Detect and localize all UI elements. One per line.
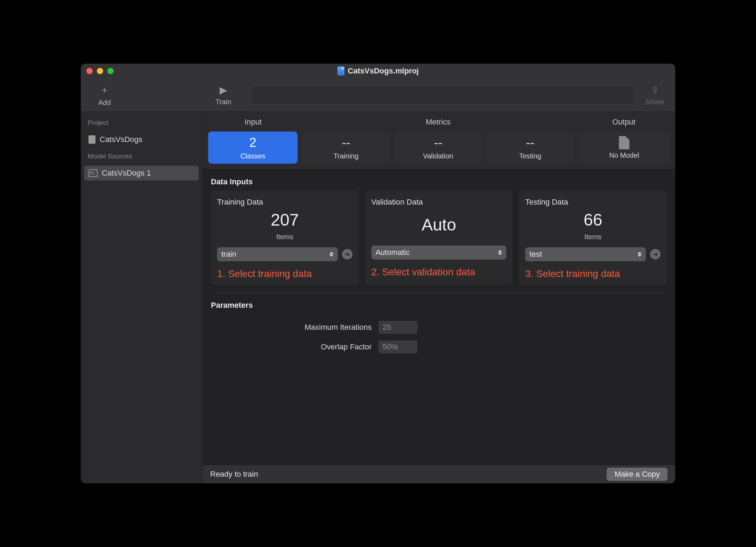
updown-icon — [329, 252, 334, 257]
model-file-icon — [619, 136, 629, 149]
param-row-max-iter: Maximum Iterations — [211, 321, 667, 334]
card-sub: Items — [525, 233, 661, 241]
tile-testing-metric[interactable]: -- Testing — [487, 132, 574, 164]
plus-icon: ＋ — [100, 83, 109, 97]
validation-data-select[interactable]: Automatic — [371, 246, 507, 260]
tile-output-model[interactable]: No Model — [579, 132, 670, 164]
tile-input-classes[interactable]: 2 Classes — [208, 132, 298, 164]
tile-label: Testing — [519, 152, 541, 160]
sidebar-item-project[interactable]: CatsVsDogs — [84, 132, 199, 147]
train-label: Train — [216, 98, 231, 106]
seg-header-output: Output — [578, 115, 670, 129]
sidebar-item-label: CatsVsDogs 1 — [102, 169, 151, 178]
share-button: ⇪ Share — [641, 84, 669, 106]
tile-value: 2 — [249, 135, 256, 150]
project-file-icon — [88, 135, 95, 144]
updown-icon — [637, 252, 642, 257]
arrow-right-icon: ➔ — [344, 250, 350, 258]
select-value: Automatic — [376, 248, 410, 257]
status-text: Ready to train — [210, 470, 258, 479]
tile-label: No Model — [609, 151, 639, 159]
tile-metrics-group: -- Training -- Validation -- Testing — [302, 132, 574, 164]
main-split: Project CatsVsDogs Model Sources CatsVsD… — [81, 112, 675, 483]
card-title: Training Data — [217, 198, 352, 207]
content: Input Metrics Output 2 Classes -- Traini… — [202, 112, 675, 483]
zoom-icon[interactable] — [107, 68, 114, 74]
sidebar-heading-sources: Model Sources — [84, 150, 199, 162]
param-label: Overlap Factor — [211, 342, 372, 351]
make-copy-button[interactable]: Make a Copy — [607, 468, 668, 481]
max-iterations-input[interactable] — [379, 321, 417, 334]
card-sub: Items — [217, 233, 352, 241]
play-icon: ▶ — [220, 84, 227, 96]
segment-headers: Input Metrics Output — [202, 112, 675, 129]
card-value: 66 — [525, 210, 661, 229]
annotation-3: 3. Select training data — [525, 268, 661, 279]
tile-label: Classes — [240, 152, 265, 160]
annotation-2: 2. Select validation data — [371, 267, 507, 278]
seg-header-metrics: Metrics — [298, 115, 578, 129]
select-value: train — [221, 250, 236, 259]
ml-model-icon — [88, 169, 98, 177]
titlebar: CatsVsDogs.mlproj — [81, 64, 675, 78]
card-value: 207 — [217, 210, 352, 229]
updown-icon — [498, 250, 502, 255]
card-select-row: Automatic — [371, 246, 507, 260]
section-title-parameters: Parameters — [202, 293, 675, 314]
tile-value: -- — [342, 135, 350, 150]
sidebar-item-label: CatsVsDogs — [100, 135, 142, 144]
train-button[interactable]: ▶ Train — [202, 84, 244, 106]
toolbar: ＋ Add ▶ Train ⇪ Share — [81, 78, 675, 112]
tile-validation-metric[interactable]: -- Validation — [394, 132, 482, 164]
add-label: Add — [98, 99, 111, 107]
tile-value: -- — [434, 135, 442, 150]
share-label: Share — [646, 98, 664, 106]
reveal-training-button[interactable]: ➔ — [342, 249, 352, 260]
toolbar-status-field — [251, 86, 634, 105]
section-title-data-inputs: Data Inputs — [202, 170, 675, 191]
statusbar: Ready to train Make a Copy — [202, 464, 675, 483]
card-validation-data: Validation Data Auto Automatic 2. Select… — [365, 191, 513, 285]
close-icon[interactable] — [86, 68, 93, 74]
card-title: Testing Data — [525, 198, 661, 207]
arrow-right-icon: ➔ — [653, 250, 658, 258]
minimize-icon[interactable] — [97, 68, 103, 74]
segment-tiles: 2 Classes -- Training -- Validation -- T… — [202, 129, 675, 170]
param-row-overlap: Overlap Factor — [211, 341, 667, 353]
document-icon — [337, 66, 344, 76]
share-icon: ⇪ — [651, 84, 659, 96]
sidebar-heading-project: Project — [84, 117, 199, 129]
tile-label: Training — [334, 152, 359, 160]
reveal-testing-button[interactable]: ➔ — [650, 249, 661, 260]
card-title: Validation Data — [371, 198, 507, 207]
window-title: CatsVsDogs.mlproj — [348, 66, 419, 76]
tile-value: -- — [526, 135, 534, 150]
card-testing-data: Testing Data 66 Items test ➔ — [519, 191, 667, 285]
card-select-row: train ➔ — [217, 247, 352, 261]
seg-header-input: Input — [208, 115, 298, 129]
param-label: Maximum Iterations — [211, 323, 372, 332]
training-data-select[interactable]: train — [217, 247, 338, 261]
tile-training-metric[interactable]: -- Training — [302, 132, 390, 164]
card-value: Auto — [371, 215, 507, 234]
annotation-1: 1. Select training data — [217, 268, 352, 279]
add-button[interactable]: ＋ Add — [87, 83, 122, 107]
traffic-lights — [86, 68, 114, 74]
card-training-data: Training Data 207 Items train ➔ — [211, 191, 359, 285]
sidebar-item-source[interactable]: CatsVsDogs 1 — [84, 166, 199, 180]
app-window: CatsVsDogs.mlproj ＋ Add ▶ Train ⇪ Share … — [81, 64, 675, 483]
overlap-factor-input[interactable] — [379, 341, 417, 353]
select-value: test — [529, 250, 542, 259]
card-select-row: test ➔ — [525, 247, 661, 261]
testing-data-select[interactable]: test — [525, 247, 646, 261]
parameters: Maximum Iterations Overlap Factor — [202, 314, 675, 362]
data-input-cards: Training Data 207 Items train ➔ — [202, 191, 675, 293]
sidebar: Project CatsVsDogs Model Sources CatsVsD… — [81, 112, 202, 483]
tile-label: Validation — [423, 152, 453, 160]
